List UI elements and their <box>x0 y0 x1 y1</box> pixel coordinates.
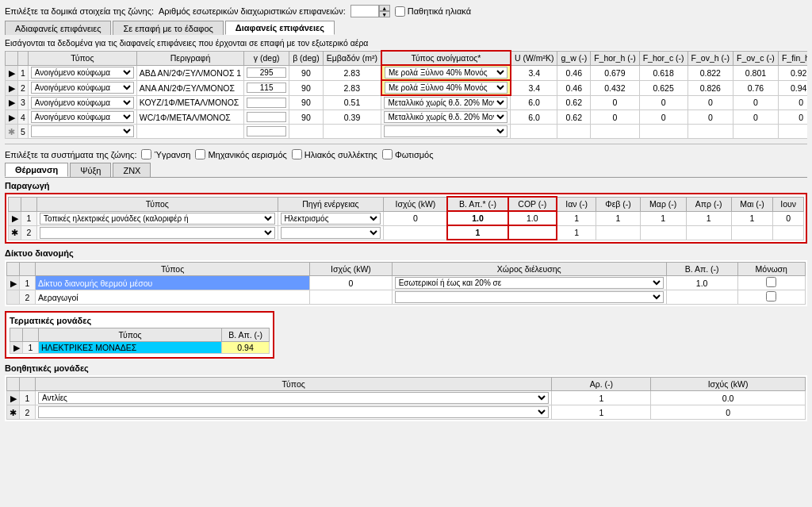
parage-selector-0[interactable]: ▶ <box>9 211 21 225</box>
row-type-3[interactable]: Ανοιγόμενο κούφωμα <box>28 110 136 125</box>
spinner-down-btn[interactable]: ▼ <box>379 11 390 17</box>
row-fovc-1: 0.76 <box>733 80 779 95</box>
checkbox-moisture[interactable] <box>141 149 151 159</box>
parage-selector-1[interactable]: ✱ <box>9 225 21 240</box>
row-fhorc-1: 0.625 <box>639 80 688 95</box>
parage-title: Παραγωγή <box>5 181 807 190</box>
tab-transparent[interactable]: Διαφανείς επιφάνειες <box>225 21 335 35</box>
row-U-4 <box>511 125 557 139</box>
th-a-ar: Αρ. (-) <box>552 378 651 391</box>
row-selector-4[interactable]: ✱ <box>6 125 18 139</box>
row-U-0: 3.4 <box>511 65 557 80</box>
row-gamma-2[interactable] <box>244 95 289 110</box>
row-opening-4[interactable] <box>381 125 511 139</box>
aux-selector-1[interactable]: ✱ <box>7 405 20 420</box>
network-num-0: 1 <box>20 276 36 290</box>
th-a-power: Ισχύς (kW) <box>651 378 806 391</box>
row-selector-3[interactable]: ▶ <box>6 110 18 125</box>
row-opening-1[interactable]: Με ρολά Ξύλινο 40% Μονός <box>381 80 511 95</box>
row-area-2: 0.51 <box>323 95 381 110</box>
internal-count-input[interactable]: 0 <box>350 5 379 17</box>
row-fhorc-0: 0.618 <box>639 65 688 80</box>
row-fovc-0: 0.801 <box>733 65 779 80</box>
checkbox-solar-label[interactable]: Ηλιακός συλλέκτης <box>292 149 377 159</box>
row-opening-0[interactable]: Με ρολά Ξύλινο 40% Μονός <box>381 65 511 80</box>
parage-source-1[interactable] <box>278 225 384 240</box>
row-fhorh-0: 0.679 <box>591 65 640 80</box>
checkbox-moisture-label[interactable]: Ύγρανση <box>141 149 190 159</box>
th-n-monosi: Μόνωση <box>737 263 805 276</box>
row-gamma-1[interactable] <box>244 80 289 95</box>
row-fovc-3: 0 <box>733 110 779 125</box>
tab-heating[interactable]: Θέρμανση <box>5 163 68 177</box>
tab-contact[interactable]: Σε επαφή με το έδαφος <box>113 21 223 35</box>
checkbox-lighting-label[interactable]: Φωτισμός <box>382 149 434 159</box>
checkbox-ventil-label[interactable]: Μηχανικός αερισμός <box>195 149 286 159</box>
parage-apr-1 <box>686 225 731 240</box>
row-desc-1: ΑΝΑ ΑΝ/2Φ/ΞΥΛ/ΜΟΝΟΣ <box>136 80 243 95</box>
spinner-up-btn[interactable]: ▲ <box>379 5 390 11</box>
aux-ar-0: 1 <box>552 391 651 405</box>
th-area: Εμβαδόν (m²) <box>323 51 381 65</box>
systems-label: Επιλέξτε τα συστήματα της ζώνης: <box>5 150 136 159</box>
row-desc-0: ΑΒΔ ΑΝ/2Φ/ΞΥΛ/ΜΟΝΟΣ 1 <box>136 65 243 80</box>
tab-znx[interactable]: ΖΝΧ <box>113 163 151 177</box>
network-table-wrapper: Τύπος Ισχύς (kW) Χώρος διέλευσης Β. Απ. … <box>5 260 807 306</box>
terminal-selector-0[interactable]: ▶ <box>10 342 23 354</box>
row-beta-1: 90 <box>289 80 323 95</box>
network-space-0[interactable]: Εσωτερικοί ή έως και 20% σε <box>392 276 666 290</box>
row-type-0[interactable]: Ανοιγόμενο κούφωμα <box>28 65 136 80</box>
parage-ba-0: 1.0 <box>447 211 508 225</box>
checkbox-solar[interactable] <box>292 149 302 159</box>
row-selector-1[interactable]: ▶ <box>6 80 18 95</box>
network-table: Τύπος Ισχύς (kW) Χώρος διέλευσης Β. Απ. … <box>6 262 806 305</box>
row-selector-2[interactable]: ▶ <box>6 95 18 110</box>
internal-count-spinner[interactable]: 0 ▲ ▼ <box>350 5 390 17</box>
parage-source-0[interactable]: Ηλεκτρισμός <box>278 211 384 225</box>
checkbox-lighting[interactable] <box>382 149 393 159</box>
parage-num-1: 2 <box>21 225 37 240</box>
row-opening-3[interactable]: Μεταλλικό χωρίς θ.δ. 20% Μονός <box>381 110 511 125</box>
row-U-2: 6.0 <box>511 95 557 110</box>
row-fhorh-1: 0.432 <box>591 80 640 95</box>
row-type-1[interactable]: Ανοιγόμενο κούφωμα <box>28 80 136 95</box>
checkbox-passive[interactable] <box>395 6 405 17</box>
th-t-num <box>23 328 39 342</box>
row-type-4[interactable] <box>28 125 136 139</box>
th-row-arrow <box>6 51 18 65</box>
row-num-3: 4 <box>18 110 29 125</box>
row-fovh-0: 0.822 <box>688 65 733 80</box>
label-internal: Αριθμός εσωτερικών διαχωριστικών επιφανε… <box>159 6 346 16</box>
row-num-2: 3 <box>18 95 29 110</box>
aux-type-1[interactable] <box>36 405 552 420</box>
th-p-power: Ισχύς (kW) <box>384 197 448 211</box>
transparent-note: Εισάγονται τα δεδομένα για τις διαφανείς… <box>5 38 807 48</box>
row-gamma-3[interactable] <box>244 110 289 125</box>
network-monosi-0[interactable] <box>737 276 805 290</box>
terminal-section: Τερματικές μονάδες Τύπος Β. Απ. (-) ▶ 1 … <box>5 311 807 359</box>
aux-selector-0[interactable]: ▶ <box>7 391 20 405</box>
checkbox-passive-label[interactable]: Παθητικά ηλιακά <box>395 6 471 17</box>
network-selector-0[interactable]: ▶ <box>7 276 20 290</box>
row-beta-4 <box>289 125 323 139</box>
row-selector-0[interactable]: ▶ <box>6 65 18 80</box>
parage-mai-1 <box>731 225 773 240</box>
row-num-0: 1 <box>18 65 29 80</box>
network-monosi-1[interactable] <box>737 290 805 305</box>
tab-cooling[interactable]: Ψύξη <box>70 163 111 177</box>
th-p-mai: Μαι (-) <box>731 197 773 211</box>
parage-type-0[interactable]: Τοπικές ηλεκτρικές μονάδες (καλοριφέρ ή <box>37 211 278 225</box>
row-gamma-0[interactable] <box>244 65 289 80</box>
network-selector-1[interactable] <box>7 290 20 305</box>
tab-opaque[interactable]: Αδιαφανείς επιφάνειες <box>5 21 111 35</box>
row-gamma-4[interactable] <box>244 125 289 139</box>
checkbox-ventil[interactable] <box>195 149 205 159</box>
row-opening-2[interactable]: Μεταλλικό χωρίς θ.δ. 20% Μονός <box>381 95 511 110</box>
th-beta: β (deg) <box>289 51 323 65</box>
row-type-2[interactable]: Ανοιγόμενο κούφωμα <box>28 95 136 110</box>
network-space-1[interactable] <box>392 290 666 305</box>
parage-feb-1 <box>596 225 641 240</box>
aux-type-0[interactable]: Αντλίες <box>36 391 552 405</box>
parage-type-1[interactable] <box>37 225 278 240</box>
terminal-title: Τερματικές μονάδες <box>10 316 270 325</box>
